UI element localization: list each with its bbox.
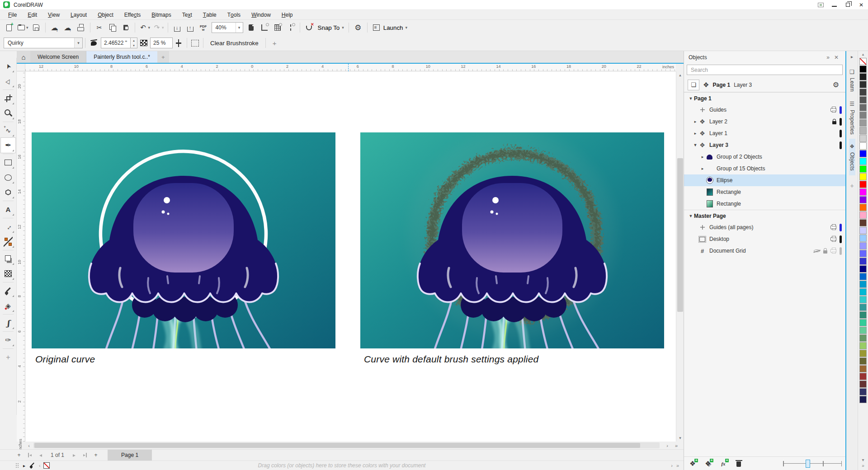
options-button[interactable] — [352, 21, 364, 34]
docker-close-icon[interactable]: ✕ — [832, 54, 841, 61]
tree-item-guides[interactable]: Guides — [684, 104, 845, 116]
tree-item-desktop[interactable]: Desktop — [684, 233, 845, 245]
menu-table[interactable]: Table — [198, 10, 222, 19]
palette-swatch-ff00ff[interactable] — [859, 188, 867, 196]
new-document-button[interactable] — [3, 21, 15, 34]
customize-toolbox[interactable] — [1, 350, 15, 365]
palette-swatch-b5b5b5[interactable] — [859, 127, 867, 134]
vertical-ruler[interactable]: 2018161412108642 — [17, 71, 25, 442]
layer-manager-view-button[interactable]: ❏ — [688, 80, 699, 90]
transparency-slider-icon[interactable] — [175, 39, 182, 47]
horizontal-ruler[interactable]: inches 121086420246810121416182022 — [25, 64, 676, 71]
palette-swatch-555555[interactable] — [859, 96, 867, 103]
palette-scroll-left-icon[interactable]: ‹ — [39, 463, 41, 468]
palette-swatch-0099cc[interactable] — [859, 281, 867, 288]
palette-swatch-0000ff[interactable] — [859, 150, 867, 157]
add-page-button-2[interactable]: + — [90, 450, 101, 461]
no-color-swatch[interactable] — [43, 462, 50, 469]
drop-shadow-tool[interactable] — [1, 251, 15, 266]
layer-color-bar[interactable] — [840, 247, 842, 255]
palette-swatch-ffff00[interactable] — [859, 173, 867, 180]
palette-swatch-2e2e2e[interactable] — [859, 81, 867, 88]
palette-swatch-669966[interactable] — [859, 334, 867, 342]
paste-button[interactable] — [119, 21, 132, 34]
palette-swatch-00b8d4[interactable] — [859, 288, 867, 296]
zoom-tool[interactable] — [1, 106, 15, 121]
tree-item-ellipse[interactable]: Ellipse — [684, 174, 845, 186]
scroll-left-icon[interactable]: ‹ — [25, 442, 33, 449]
show-rulers-button[interactable] — [258, 21, 271, 34]
palette-swatch-33cccc[interactable] — [859, 296, 867, 303]
expand-arrow-icon[interactable]: ▸ — [699, 166, 706, 171]
original-curve-image[interactable] — [32, 132, 335, 348]
printer-icon[interactable] — [830, 237, 836, 241]
thumbnail-size-slider-handle[interactable] — [806, 460, 810, 468]
palette-swatch-3333cc[interactable] — [859, 258, 867, 265]
palette-swatch-993333[interactable] — [859, 373, 867, 380]
menu-help[interactable]: Help — [276, 10, 298, 19]
palette-swatch-1a1a4e[interactable] — [859, 396, 867, 403]
docker-tab-properties[interactable]: ☰Properties — [849, 96, 855, 139]
restore-button[interactable] — [841, 0, 854, 9]
menu-window[interactable]: Window — [246, 10, 276, 19]
tree-section-page-1[interactable]: ▼Page 1 — [684, 92, 845, 104]
drawing-canvas[interactable]: Original curve Curve with default brush … — [25, 71, 676, 442]
objects-search-input[interactable] — [687, 65, 843, 75]
save-to-cloud-button[interactable] — [61, 21, 74, 34]
interactive-fill-tool[interactable] — [1, 298, 15, 313]
palette-scroll-up-icon[interactable]: ▴ — [862, 52, 864, 57]
add-page-button[interactable]: + — [14, 450, 24, 461]
open-from-cloud-button[interactable] — [48, 21, 61, 34]
import-button[interactable] — [171, 21, 184, 34]
tab-welcome-screen[interactable]: Welcome Screen — [30, 51, 86, 63]
tree-item-layer-3[interactable]: ▼Layer 3 — [684, 139, 845, 151]
next-page-button[interactable]: ▸ — [69, 450, 80, 461]
palette-swatch-6666ff[interactable] — [859, 250, 867, 257]
palette-swatch-2e8b74[interactable] — [859, 311, 867, 319]
launch-button[interactable]: Launch▾ — [370, 21, 409, 34]
menu-layout[interactable]: Layout — [65, 10, 92, 19]
save-document-button[interactable] — [30, 21, 42, 34]
transparency-tool[interactable] — [1, 266, 15, 281]
clear-brushstroke-button[interactable]: Clear Brushstroke — [206, 37, 263, 49]
expand-arrow-icon[interactable]: ▸ — [692, 131, 698, 136]
add-effect-button[interactable] — [718, 459, 728, 469]
horizontal-scroll-thumb[interactable] — [34, 443, 640, 448]
tree-item-document-grid[interactable]: Document Grid — [684, 245, 845, 257]
palette-swatch-6a6a6a[interactable] — [859, 104, 867, 111]
palette-swatch-666633[interactable] — [859, 357, 867, 365]
palette-swatch-5d3a2e[interactable] — [859, 219, 867, 226]
new-master-layer-button[interactable] — [703, 459, 713, 469]
tree-item-group-of-2-objects[interactable]: ▸Group of 2 Objects — [684, 151, 845, 163]
tree-item-rectangle[interactable]: Rectangle — [684, 186, 845, 198]
menu-effects[interactable]: Effects — [119, 10, 146, 19]
polygon-tool[interactable] — [1, 185, 15, 200]
smear-tool[interactable] — [1, 315, 15, 330]
color-eyedropper-tool[interactable] — [1, 283, 15, 298]
palette-swatch-000080[interactable] — [859, 265, 867, 273]
layer-color-bar[interactable] — [840, 141, 842, 149]
palette-swatch-996633[interactable] — [859, 365, 867, 372]
palette-swatch-ff0000[interactable] — [859, 181, 867, 188]
rail-expand-icon[interactable]: ▸ — [848, 54, 856, 60]
layer-color-bar[interactable] — [840, 224, 842, 231]
pick-tool[interactable] — [1, 59, 15, 74]
open-document-button[interactable]: ▾ — [16, 21, 29, 34]
zoom-level-select[interactable]: 40%▾ — [212, 22, 243, 33]
spinner-down-icon[interactable]: ▾ — [131, 43, 137, 48]
tree-item-group-of-15-objects[interactable]: ▸Group of 15 Objects — [684, 163, 845, 174]
palette-swatch-ffffff[interactable] — [859, 142, 867, 150]
menu-bitmaps[interactable]: Bitmaps — [146, 10, 176, 19]
tree-item-rectangle[interactable]: Rectangle — [684, 198, 845, 210]
undo-button[interactable]: ▾ — [138, 21, 151, 34]
menu-file[interactable]: File — [3, 10, 22, 19]
expand-arrow-icon[interactable]: ▼ — [692, 143, 698, 147]
tree-section-master-page[interactable]: ▼Master Page — [684, 210, 845, 221]
export-button[interactable] — [184, 21, 197, 34]
palette-swatch-663333[interactable] — [859, 381, 867, 388]
snap-to-button[interactable]: Snap To▾ — [316, 21, 346, 34]
doc-palette-more-icon[interactable]: » — [676, 463, 679, 468]
ellipse-tool[interactable] — [1, 170, 15, 185]
chevron-down-icon[interactable]: ▾ — [236, 23, 243, 33]
add-brush-button[interactable]: + — [268, 37, 281, 49]
